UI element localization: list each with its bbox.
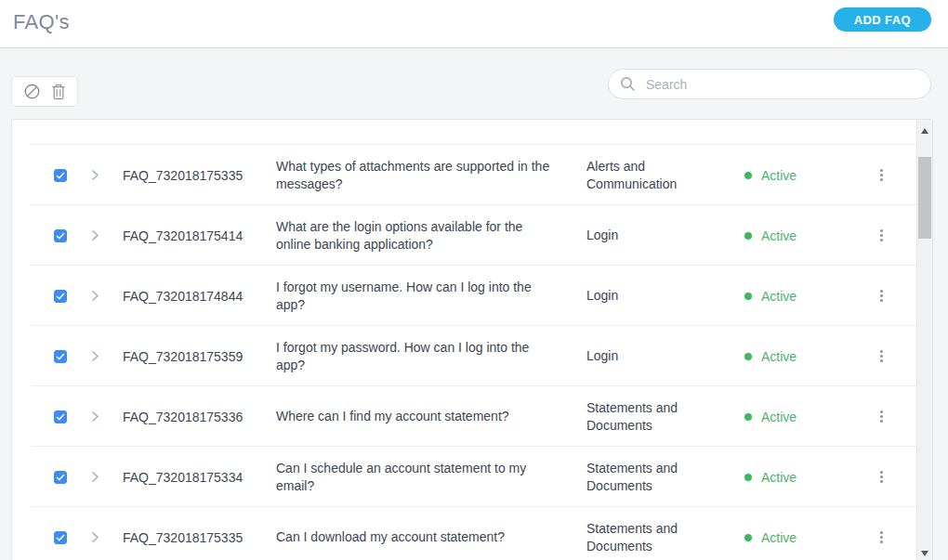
status-label: Active bbox=[761, 530, 797, 545]
status-label: Active bbox=[761, 228, 797, 243]
faq-id: FAQ_732018175336 bbox=[123, 410, 262, 424]
scroll-down-arrow-icon[interactable] bbox=[921, 551, 928, 556]
faq-category: Login bbox=[586, 347, 717, 365]
table-row: FAQ_732018174844 I forgot my username. H… bbox=[12, 266, 916, 326]
row-checkbox[interactable] bbox=[54, 531, 67, 544]
faq-category: Statements and Documents bbox=[586, 460, 717, 495]
chevron-right-icon[interactable] bbox=[91, 471, 104, 483]
status-label: Active bbox=[761, 470, 797, 485]
status-dot-icon bbox=[744, 413, 752, 421]
kebab-vertical-icon[interactable] bbox=[877, 166, 886, 184]
kebab-vertical-icon[interactable] bbox=[877, 528, 886, 546]
scroll-up-arrow-icon[interactable] bbox=[921, 128, 928, 134]
chevron-right-icon[interactable] bbox=[91, 410, 104, 423]
search-box bbox=[608, 69, 931, 99]
faq-question: I forgot my password. How can I log into… bbox=[276, 339, 557, 374]
status-badge: Active bbox=[744, 289, 856, 304]
status-badge: Active bbox=[744, 470, 856, 485]
search-icon bbox=[620, 76, 636, 92]
bulk-actions-toolbar bbox=[11, 76, 78, 107]
row-checkbox[interactable] bbox=[54, 471, 67, 484]
faq-question: Where can I find my account statement? bbox=[276, 408, 557, 425]
table-row: FAQ_732018175335 Can I download my accou… bbox=[12, 507, 916, 560]
status-badge: Active bbox=[744, 410, 856, 424]
status-label: Active bbox=[761, 349, 797, 364]
faq-category: Statements and Documents bbox=[586, 399, 717, 435]
faq-category: Login bbox=[586, 227, 717, 244]
kebab-vertical-icon[interactable] bbox=[877, 227, 886, 244]
status-dot-icon bbox=[744, 534, 752, 541]
search-input[interactable] bbox=[644, 76, 919, 93]
scrollbar-thumb[interactable] bbox=[918, 157, 931, 239]
row-checkbox[interactable] bbox=[54, 350, 67, 363]
faq-id: FAQ_732018175335 bbox=[123, 168, 262, 183]
circle-slash-icon[interactable] bbox=[23, 83, 41, 100]
add-faq-button[interactable]: ADD FAQ bbox=[834, 7, 931, 32]
faq-question: What types of attachments are supported … bbox=[276, 158, 557, 193]
faq-id: FAQ_732018174844 bbox=[123, 289, 262, 304]
faq-category: Statements and Documents bbox=[586, 520, 717, 555]
row-checkbox[interactable] bbox=[54, 229, 67, 242]
faq-question: Can I download my account statement? bbox=[276, 528, 557, 546]
faq-id: FAQ_732018175334 bbox=[123, 470, 262, 485]
chevron-right-icon[interactable] bbox=[91, 350, 104, 362]
kebab-vertical-icon[interactable] bbox=[877, 468, 886, 486]
kebab-vertical-icon[interactable] bbox=[877, 347, 886, 365]
status-label: Active bbox=[761, 410, 797, 424]
status-label: Active bbox=[761, 168, 797, 183]
table-row: FAQ_732018175335 What types of attachmen… bbox=[12, 145, 916, 205]
faq-id: FAQ_732018175335 bbox=[123, 530, 262, 545]
status-dot-icon bbox=[744, 293, 752, 300]
faq-table-body: FAQ_732018175335 What types of attachmen… bbox=[12, 120, 916, 560]
faq-id: FAQ_732018175414 bbox=[123, 228, 262, 243]
faq-category: Alerts and Communication bbox=[586, 158, 717, 193]
status-dot-icon bbox=[744, 474, 752, 481]
faq-question: I forgot my username. How can I log into… bbox=[276, 279, 557, 314]
chevron-right-icon[interactable] bbox=[91, 531, 104, 543]
faq-question: Can I schedule an account statement to m… bbox=[276, 460, 557, 495]
table-row: FAQ_732018175336 Where can I find my acc… bbox=[12, 386, 916, 447]
chevron-right-icon[interactable] bbox=[91, 229, 104, 241]
faq-category: Login bbox=[586, 287, 717, 305]
status-badge: Active bbox=[744, 228, 856, 243]
vertical-scrollbar[interactable] bbox=[916, 120, 932, 560]
faq-table-card: FAQ_732018175335 What types of attachmen… bbox=[11, 119, 933, 560]
kebab-vertical-icon[interactable] bbox=[877, 408, 886, 425]
page-title: FAQ's bbox=[13, 10, 70, 34]
row-checkbox[interactable] bbox=[54, 169, 67, 182]
faq-question: What are the login options available for… bbox=[276, 218, 557, 254]
trash-icon[interactable] bbox=[51, 84, 66, 100]
clipped-row-top bbox=[12, 120, 916, 145]
row-checkbox[interactable] bbox=[54, 410, 67, 423]
faq-id: FAQ_732018175359 bbox=[123, 349, 262, 364]
status-label: Active bbox=[761, 289, 797, 304]
top-header-bar: FAQ's ADD FAQ bbox=[0, 0, 948, 48]
chevron-right-icon[interactable] bbox=[91, 290, 104, 302]
status-dot-icon bbox=[744, 232, 752, 240]
status-badge: Active bbox=[744, 349, 856, 364]
row-checkbox[interactable] bbox=[54, 290, 67, 303]
table-row: FAQ_732018175334 Can I schedule an accou… bbox=[12, 447, 916, 507]
table-row: FAQ_732018175414 What are the login opti… bbox=[12, 205, 916, 266]
status-badge: Active bbox=[744, 530, 856, 545]
chevron-right-icon[interactable] bbox=[91, 169, 104, 181]
table-row: FAQ_732018175359 I forgot my password. H… bbox=[12, 326, 916, 386]
kebab-vertical-icon[interactable] bbox=[877, 287, 886, 305]
status-dot-icon bbox=[744, 353, 752, 360]
status-dot-icon bbox=[744, 172, 752, 179]
status-badge: Active bbox=[744, 168, 856, 183]
